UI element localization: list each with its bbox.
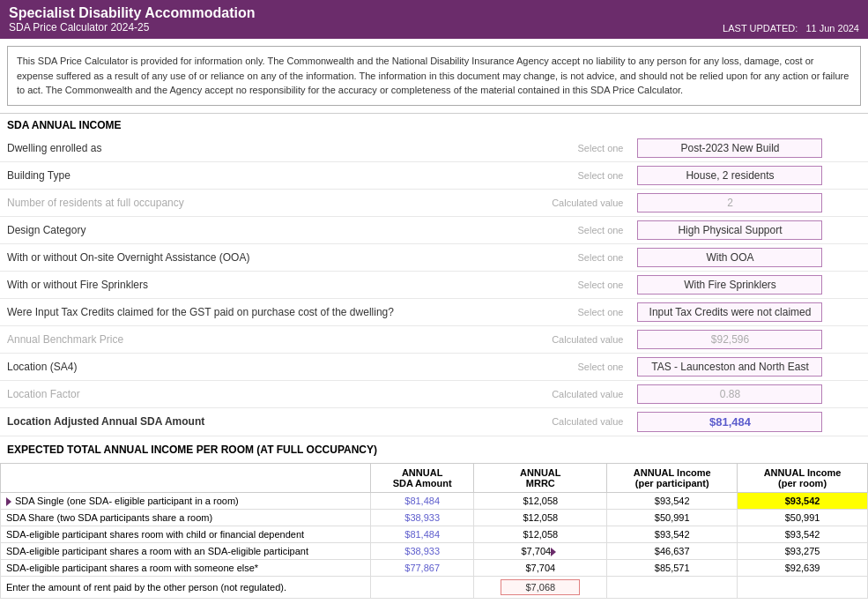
field-value-0[interactable]: Post-2023 New Build (630, 135, 868, 162)
field-hint-9: Calculated value (515, 380, 630, 407)
income-col-label (1, 463, 371, 492)
col-per-room-header: ANNUAL Income(per room) (738, 463, 868, 492)
header-bar: Specialist Disability Accommodation SDA … (0, 0, 868, 39)
app-title: Specialist Disability Accommodation (9, 5, 255, 21)
field-value-10: $81,484 (630, 407, 868, 436)
field-label-3: Design Category (0, 216, 515, 243)
col-sda-header: ANNUALSDA Amount (371, 463, 474, 492)
income-mrrc-1: $12,058 (474, 509, 607, 526)
income-per-room-4: $92,639 (738, 559, 868, 576)
field-hint-0: Select one (515, 135, 630, 162)
income-per-participant-4: $85,571 (607, 559, 738, 576)
field-hint-10: Calculated value (515, 407, 630, 436)
updated-date: 11 Jun 2024 (805, 23, 859, 34)
income-per-participant-3: $46,637 (607, 542, 738, 559)
field-hint-8: Select one (515, 353, 630, 380)
income-table: ANNUALSDA AmountANNUALMRRCANNUAL Income(… (0, 463, 868, 599)
field-hint-2: Calculated value (515, 189, 630, 216)
col-mrrc-header: ANNUALMRRC (474, 463, 607, 492)
field-value-5[interactable]: With Fire Sprinklers (630, 271, 868, 298)
field-label-6: Were Input Tax Credits claimed for the G… (0, 298, 515, 325)
income-sda-2: $81,484 (371, 526, 474, 542)
field-value-3[interactable]: High Physical Support (630, 216, 868, 243)
income-per-room-0: $93,542 (738, 492, 868, 509)
income-mrrc-0: $12,058 (474, 492, 607, 509)
field-value-9: 0.88 (630, 380, 868, 407)
field-label-8: Location (SA4) (0, 353, 515, 380)
updated-label: LAST UPDATED: (723, 23, 798, 34)
field-hint-4: Select one (515, 243, 630, 271)
income-sda-5 (371, 576, 474, 598)
field-value-6[interactable]: Input Tax Credits were not claimed (630, 298, 868, 325)
section-income-title: SDA ANNUAL INCOME (0, 113, 868, 135)
last-updated: LAST UPDATED: 11 Jun 2024 (723, 23, 859, 34)
income-row-label-2: SDA-eligible participant shares room wit… (1, 526, 371, 542)
income-sda-4: $77,867 (371, 559, 474, 576)
income-mrrc-2: $12,058 (474, 526, 607, 542)
field-value-8[interactable]: TAS - Launceston and North East (630, 353, 868, 380)
disclaimer-text: This SDA Price Calculator is provided fo… (17, 56, 849, 95)
field-label-1: Building Type (0, 161, 515, 189)
field-value-2: 2 (630, 189, 868, 216)
field-hint-7: Calculated value (515, 325, 630, 353)
income-per-room-5 (738, 576, 868, 598)
income-per-participant-0: $93,542 (607, 492, 738, 509)
field-hint-3: Select one (515, 216, 630, 243)
field-value-1[interactable]: House, 2 residents (630, 161, 868, 189)
income-mrrc-5[interactable]: $7,068 (474, 576, 607, 598)
income-table-section-title: EXPECTED TOTAL ANNUAL INCOME PER ROOM (A… (0, 436, 868, 459)
form-fields-table: Dwelling enrolled asSelect onePost-2023 … (0, 135, 868, 436)
rent-input[interactable]: $7,068 (501, 579, 580, 595)
income-table-title: EXPECTED TOTAL ANNUAL INCOME PER ROOM (A… (7, 444, 377, 456)
app-subtitle: SDA Price Calculator 2024-25 (9, 21, 255, 34)
income-per-room-3: $93,275 (738, 542, 868, 559)
col-per-participant-header: ANNUAL Income(per participant) (607, 463, 738, 492)
field-hint-6: Select one (515, 298, 630, 325)
field-label-0: Dwelling enrolled as (0, 135, 515, 162)
income-per-room-1: $50,991 (738, 509, 868, 526)
field-label-5: With or without Fire Sprinklers (0, 271, 515, 298)
income-row-label-1: SDA Share (two SDA participants share a … (1, 509, 371, 526)
field-label-2: Number of residents at full occupancy (0, 189, 515, 216)
income-per-room-2: $93,542 (738, 526, 868, 542)
disclaimer-box: This SDA Price Calculator is provided fo… (7, 46, 861, 106)
field-value-4[interactable]: With OOA (630, 243, 868, 271)
field-label-7: Annual Benchmark Price (0, 325, 515, 353)
income-per-participant-2: $93,542 (607, 526, 738, 542)
income-row-label-3: SDA-eligible participant shares a room w… (1, 542, 371, 559)
income-mrrc-3: $7,704 (474, 542, 607, 559)
field-label-10: Location Adjusted Annual SDA Amount (0, 407, 515, 436)
income-mrrc-4: $7,704 (474, 559, 607, 576)
income-per-participant-5 (607, 576, 738, 598)
flag-icon (6, 497, 11, 506)
field-hint-1: Select one (515, 161, 630, 189)
field-value-7: $92,596 (630, 325, 868, 353)
income-sda-1: $38,933 (371, 509, 474, 526)
income-row-label-4: SDA-eligible participant shares a room w… (1, 559, 371, 576)
income-row-label-5: Enter the amount of rent paid by the oth… (1, 576, 371, 598)
income-per-participant-1: $50,991 (607, 509, 738, 526)
field-label-9: Location Factor (0, 380, 515, 407)
income-sda-3: $38,933 (371, 542, 474, 559)
field-hint-5: Select one (515, 271, 630, 298)
income-row-label-0: SDA Single (one SDA- eligible participan… (1, 492, 371, 509)
income-sda-0: $81,484 (371, 492, 474, 509)
field-label-4: With or without On-site Overnight Assist… (0, 243, 515, 271)
mrrc-flag-icon (551, 548, 556, 556)
